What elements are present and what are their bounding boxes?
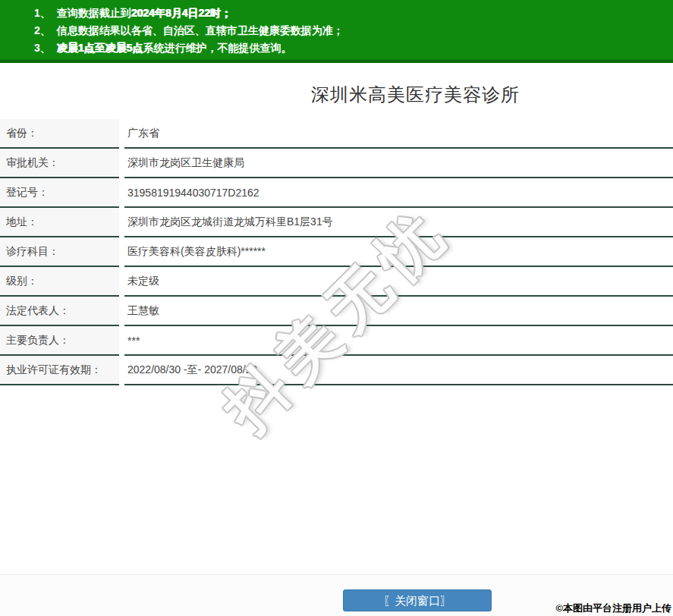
notice-text: 系统进行维护，不能提供查询。 xyxy=(143,42,291,54)
row-label: 法定代表人： xyxy=(0,297,119,326)
row-value: 深圳市龙岗区龙城街道龙城万科里B1层31号 xyxy=(124,208,673,237)
notice-text-strong: 2024年8月4日22时； xyxy=(131,7,231,19)
row-label: 级别： xyxy=(0,267,119,297)
notice-line-2: 2、信息数据结果以各省、自治区、直辖市卫生健康委数据为准； xyxy=(34,22,665,39)
table-row-legal-representative: 法定代表人： 王慧敏 xyxy=(0,297,673,326)
row-label: 登记号： xyxy=(0,178,119,208)
notice-line-number: 2、 xyxy=(34,24,51,36)
notice-line-number: 1、 xyxy=(34,7,51,19)
table-row-principal: 主要负责人： *** xyxy=(0,326,673,356)
notice-line-1: 1、查询数据截止到2024年8月4日22时； xyxy=(34,5,665,22)
info-table: 省份： 广东省 审批机关： 深圳市龙岗区卫生健康局 登记号： 319581919… xyxy=(0,119,673,385)
row-value: 王慧敏 xyxy=(124,297,673,326)
row-label: 主要负责人： xyxy=(0,326,119,356)
row-value: 2022/08/30 -至- 2027/08/29 xyxy=(124,356,673,385)
table-row-approval-authority: 审批机关： 深圳市龙岗区卫生健康局 xyxy=(0,149,673,178)
row-value: *** xyxy=(124,326,673,356)
row-label: 审批机关： xyxy=(0,149,119,178)
row-label: 诊疗科目： xyxy=(0,237,119,267)
row-label: 地址： xyxy=(0,208,119,237)
row-value: 医疗美容科(美容皮肤科)****** xyxy=(124,237,673,267)
clinic-title: 深圳米高美医疗美容诊所 xyxy=(0,63,673,119)
row-value: 深圳市龙岗区卫生健康局 xyxy=(124,149,673,178)
notice-text-strong: 凌晨1点至凌晨5点 xyxy=(57,42,143,54)
notice-text: 查询数据截止到 xyxy=(57,7,131,19)
notice-line-number: 3、 xyxy=(34,42,51,54)
table-row-registration-number: 登记号： 31958191944030717D2162 xyxy=(0,178,673,208)
row-value: 31958191944030717D2162 xyxy=(124,178,673,208)
copyright-note: ©本图由平台注册用户上传 xyxy=(555,602,671,615)
row-value: 广东省 xyxy=(124,119,673,149)
table-row-medical-subjects: 诊疗科目： 医疗美容科(美容皮肤科)****** xyxy=(0,237,673,267)
table-row-level: 级别： 未定级 xyxy=(0,267,673,297)
row-label: 执业许可证有效期： xyxy=(0,356,119,385)
notice-banner: 1、查询数据截止到2024年8月4日22时； 2、信息数据结果以各省、自治区、直… xyxy=(0,0,673,63)
table-row-address: 地址： 深圳市龙岗区龙城街道龙城万科里B1层31号 xyxy=(0,208,673,237)
row-value: 未定级 xyxy=(124,267,673,297)
table-row-province: 省份： 广东省 xyxy=(0,119,673,149)
close-window-button[interactable]: 〖关闭窗口〗 xyxy=(343,589,492,611)
notice-line-3: 3、凌晨1点至凌晨5点系统进行维护，不能提供查询。 xyxy=(34,39,665,57)
notice-text: 信息数据结果以各省、自治区、直辖市卫生健康委数据为准； xyxy=(57,24,344,36)
row-label: 省份： xyxy=(0,119,119,149)
table-row-license-validity: 执业许可证有效期： 2022/08/30 -至- 2027/08/29 xyxy=(0,356,673,385)
license-query-page: 1、查询数据截止到2024年8月4日22时； 2、信息数据结果以各省、自治区、直… xyxy=(0,0,673,616)
